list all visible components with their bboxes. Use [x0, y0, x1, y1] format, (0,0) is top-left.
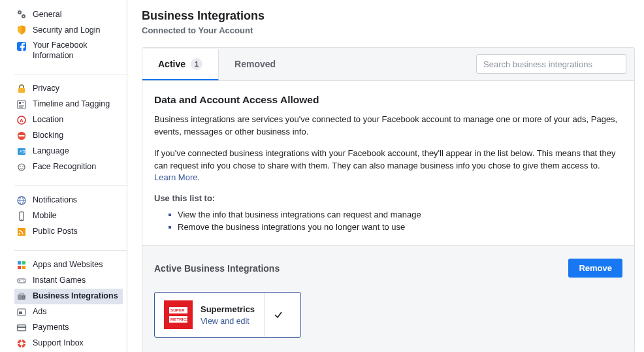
sidebar-item-label: Ads — [33, 306, 47, 317]
main-content: Business Integrations Connected to Your … — [127, 0, 644, 352]
active-integrations-title: Active Business Integrations — [154, 263, 280, 274]
search-input[interactable] — [476, 54, 626, 74]
sidebar-item-label: Face Recognition — [33, 161, 96, 172]
svg-point-35 — [23, 280, 24, 281]
svg-rect-29 — [22, 261, 25, 264]
sidebar-item-label: General — [33, 9, 61, 20]
sidebar-item-label: Language — [33, 146, 69, 156]
tab-removed[interactable]: Removed — [219, 50, 291, 78]
lifesaver-icon — [16, 338, 27, 349]
svg-point-3 — [23, 16, 24, 17]
facebook-badge-icon — [16, 40, 27, 52]
sidebar-item-label: Business Integrations — [33, 291, 118, 301]
sidebar-item-business-integrations[interactable]: Business Integrations — [14, 289, 123, 304]
sidebar-item-payments[interactable]: Payments — [14, 320, 123, 336]
learn-more-link[interactable]: Learn More — [154, 172, 197, 182]
svg-point-36 — [24, 281, 25, 282]
sidebar-item-label: Support Inbox — [33, 338, 84, 348]
globe-icon — [16, 195, 27, 206]
svg-rect-44 — [18, 327, 26, 328]
page-title: Business Integrations — [142, 9, 635, 23]
info-section: Data and Account Access Allowed Business… — [142, 81, 634, 245]
page-subtitle: Connected to Your Account — [142, 25, 635, 35]
sidebar-item-public-posts[interactable]: Public Posts — [14, 224, 123, 240]
svg-rect-32 — [18, 279, 26, 283]
lock-icon — [16, 83, 27, 95]
sidebar-item-face-recognition[interactable]: Face Recognition — [14, 159, 123, 175]
view-and-edit-link[interactable]: View and edit — [201, 317, 255, 326]
sidebar-item-label: Notifications — [33, 195, 77, 205]
feed-icon — [16, 226, 27, 238]
sidebar-item-label: Instant Games — [33, 275, 86, 285]
sidebar-item-games[interactable]: Instant Games — [14, 273, 123, 289]
svg-point-25 — [21, 218, 22, 219]
list-item: View the info that business integrations… — [169, 208, 622, 221]
sidebar-item-label: Payments — [33, 322, 69, 332]
briefcase-gear-icon — [16, 291, 27, 302]
svg-rect-42 — [19, 312, 22, 314]
games-icon — [16, 275, 27, 287]
settings-sidebar: General Security and Login Your Facebook… — [0, 0, 127, 352]
mobile-icon — [16, 210, 27, 222]
sidebar-item-blocking[interactable]: Blocking — [14, 128, 123, 144]
integrations-panel: Active 1 Removed Data and Account Access… — [142, 47, 635, 352]
sidebar-item-label: Apps and Websites — [33, 259, 103, 270]
sidebar-item-mobile[interactable]: Mobile — [14, 208, 123, 224]
sidebar-item-language[interactable]: A文 Language — [14, 144, 123, 159]
intro-paragraph-2: If you've connected business integration… — [154, 148, 622, 185]
sidebar-item-privacy[interactable]: Privacy — [14, 81, 123, 97]
svg-rect-28 — [18, 261, 21, 264]
app-name: Supermetrics — [201, 304, 255, 314]
svg-rect-50 — [24, 343, 26, 344]
svg-rect-47 — [21, 339, 22, 341]
ad-icon — [16, 306, 27, 318]
card-icon — [16, 322, 27, 334]
remove-button[interactable]: Remove — [568, 259, 622, 278]
sidebar-divider — [14, 74, 127, 74]
tab-active[interactable]: Active 1 — [142, 49, 219, 80]
active-integrations-section: Active Business Integrations Remove SUPE… — [142, 245, 634, 352]
sidebar-item-security[interactable]: Security and Login — [14, 22, 123, 38]
svg-text:文: 文 — [22, 149, 26, 153]
gears-icon — [16, 8, 27, 20]
svg-rect-5 — [18, 88, 25, 93]
sidebar-divider — [14, 185, 127, 186]
list-title: Use this list to: — [154, 193, 622, 203]
list-item: Remove the business integrations you no … — [169, 221, 622, 233]
tag-icon — [16, 99, 27, 110]
svg-point-27 — [19, 232, 21, 234]
sidebar-item-your-info[interactable]: Your Facebook Information — [14, 38, 123, 63]
sidebar-item-timeline[interactable]: Timeline and Tagging — [14, 97, 123, 112]
shield-icon — [16, 24, 27, 36]
sidebar-item-ads[interactable]: Ads — [14, 304, 123, 320]
sidebar-item-location[interactable]: A Location — [14, 112, 123, 128]
sidebar-item-label: Security and Login — [33, 25, 101, 35]
tab-bar: Active 1 Removed — [142, 48, 634, 81]
sidebar-item-general[interactable]: General — [14, 7, 123, 22]
svg-point-2 — [19, 12, 20, 13]
svg-rect-31 — [22, 266, 25, 269]
svg-rect-38 — [20, 293, 24, 295]
svg-point-46 — [20, 342, 24, 345]
sidebar-item-support[interactable]: Support Inbox — [14, 336, 123, 351]
integration-card[interactable]: SUPER METRICS Supermetrics View and edit — [154, 292, 301, 338]
tab-label: Removed — [234, 59, 276, 69]
sidebar-item-label: Public Posts — [33, 226, 78, 236]
sidebar-item-label: Blocking — [33, 130, 63, 140]
section-heading: Data and Account Access Allowed — [154, 94, 622, 106]
svg-rect-48 — [21, 345, 22, 347]
app-logo: SUPER METRICS — [164, 300, 193, 329]
sidebar-item-apps[interactable]: Apps and Websites — [14, 257, 123, 273]
sidebar-item-label: Timeline and Tagging — [33, 99, 110, 109]
usage-list: View the info that business integrations… — [169, 208, 622, 233]
sidebar-item-label: Location — [33, 114, 63, 125]
svg-point-40 — [23, 296, 24, 297]
language-icon: A文 — [16, 146, 27, 157]
select-checkbox[interactable] — [264, 293, 292, 337]
svg-rect-49 — [18, 343, 20, 344]
sidebar-item-notifications[interactable]: Notifications — [14, 193, 123, 208]
svg-rect-7 — [19, 102, 21, 104]
intro-paragraph-1: Business integrations are services you'v… — [154, 114, 622, 138]
location-icon: A — [16, 114, 27, 126]
apps-icon — [16, 259, 27, 271]
